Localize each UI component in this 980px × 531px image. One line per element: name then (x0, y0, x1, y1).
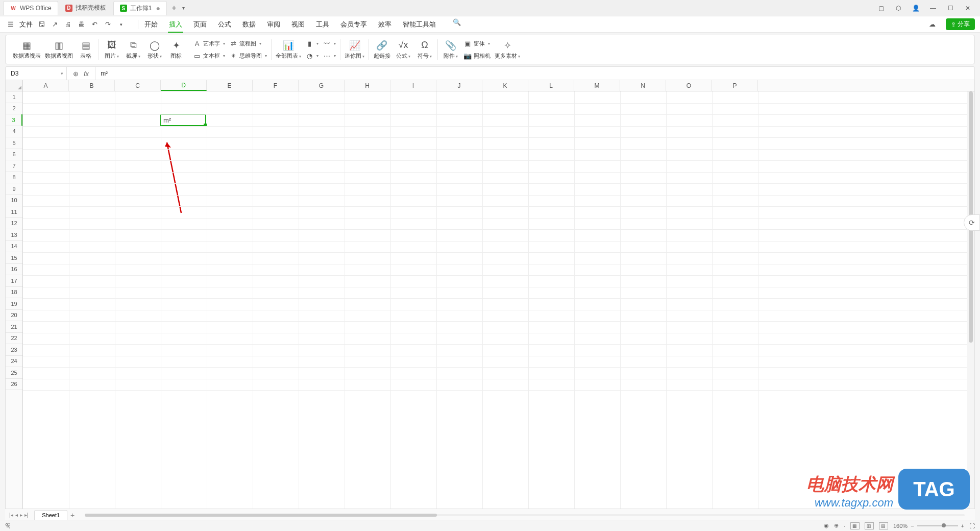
side-assistant-button[interactable]: ⟳ (964, 214, 980, 231)
tab-formula[interactable]: 公式 (217, 17, 232, 32)
save-icon[interactable]: 🖫 (37, 20, 46, 29)
print-icon[interactable]: 🖨 (63, 20, 72, 29)
row-header[interactable]: 22 (6, 333, 22, 345)
tab-workbook[interactable]: S 工作簿1 ● (113, 1, 167, 15)
row-header[interactable]: 5 (6, 137, 22, 149)
zoom-in-button[interactable]: + (961, 523, 964, 529)
new-tab-button[interactable]: + (168, 4, 180, 13)
column-header[interactable]: G (299, 80, 345, 91)
row-header[interactable]: 8 (6, 172, 22, 184)
layout-icon[interactable]: ▢ (876, 3, 886, 13)
nav-prev-icon[interactable]: ◂ (15, 512, 18, 518)
row-header[interactable]: 26 (6, 379, 22, 391)
row-header[interactable]: 19 (6, 298, 22, 310)
close-button[interactable]: ✕ (963, 3, 973, 13)
column-header[interactable]: H (345, 80, 390, 91)
row-header[interactable]: 17 (6, 275, 22, 287)
column-header[interactable]: B (69, 80, 115, 91)
spreadsheet-grid[interactable]: ◢ ABCDEFGHIJKLMNOP 123456789101112131415… (5, 80, 975, 511)
row-header[interactable]: 24 (6, 356, 22, 368)
formula-input[interactable]: m² (95, 70, 974, 77)
column-header[interactable]: K (482, 80, 528, 91)
tab-tools[interactable]: 工具 (315, 17, 330, 32)
view-normal-button[interactable]: ▦ (850, 522, 860, 529)
row-header[interactable]: 2 (6, 103, 22, 115)
tab-smart-toolbox[interactable]: 智能工具箱 (402, 17, 437, 32)
fullscreen-icon[interactable]: ⛶ (969, 523, 975, 529)
row-header[interactable]: 1 (6, 91, 22, 103)
column-header[interactable]: F (253, 80, 299, 91)
row-header[interactable]: 13 (6, 229, 22, 241)
pivot-chart-button[interactable]: ▥数据透视图 (45, 40, 73, 60)
cube-icon[interactable]: ⬡ (893, 3, 903, 13)
view-page-button[interactable]: ▥ (865, 522, 874, 529)
sheet-tab[interactable]: Sheet1 (34, 510, 67, 520)
nav-first-icon[interactable]: |◂ (9, 512, 13, 518)
row-header[interactable]: 9 (6, 183, 22, 195)
settings-icon[interactable]: ⊕ (834, 522, 839, 529)
row-header[interactable]: 4 (6, 126, 22, 138)
row-header[interactable]: 20 (6, 310, 22, 322)
share-button[interactable]: ⇪ 分享 (946, 18, 975, 30)
tab-efficiency[interactable]: 效率 (377, 17, 393, 32)
row-header[interactable]: 16 (6, 264, 22, 276)
cells-area[interactable]: m² (23, 91, 974, 510)
textbox-button[interactable]: ▭文本框▾ (193, 51, 225, 61)
picture-button[interactable]: 🖼图片▾ (103, 40, 120, 60)
column-chart-button[interactable]: ▮▾ (305, 38, 318, 49)
chevron-down-icon[interactable]: ▾ (61, 71, 63, 76)
table-button[interactable]: ▤表格 (77, 40, 94, 60)
selected-cell[interactable]: m² (160, 114, 206, 126)
export-icon[interactable]: ↗ (50, 20, 59, 29)
print-preview-icon[interactable]: 🖶 (77, 20, 86, 29)
attachment-button[interactable]: 📎附件▾ (442, 40, 459, 60)
pivot-table-button[interactable]: ▦数据透视表 (13, 40, 41, 60)
row-header[interactable]: 15 (6, 252, 22, 264)
tab-member[interactable]: 会员专享 (339, 17, 368, 32)
column-header[interactable]: P (712, 80, 758, 91)
tab-page[interactable]: 页面 (192, 17, 208, 32)
screenshot-button[interactable]: ⧉截屏▾ (125, 40, 142, 60)
tab-review[interactable]: 审阅 (266, 17, 281, 32)
select-all-corner[interactable]: ◢ (6, 80, 23, 91)
row-header[interactable]: 7 (6, 160, 22, 172)
row-header[interactable]: 21 (6, 321, 22, 333)
view-break-button[interactable]: ▤ (879, 522, 888, 529)
symbol-button[interactable]: Ω符号▾ (416, 40, 433, 60)
column-header[interactable]: J (436, 80, 482, 91)
row-header[interactable]: 11 (6, 206, 22, 218)
zoom-slider[interactable] (917, 525, 958, 526)
column-header[interactable]: C (115, 80, 161, 91)
zoom-out-button[interactable]: − (911, 523, 914, 529)
camera-button[interactable]: 📷照相机 (463, 51, 491, 61)
sparkline-button[interactable]: 📈迷你图▾ (345, 40, 364, 60)
hamburger-icon[interactable]: ☰ (5, 19, 16, 30)
tab-view[interactable]: 视图 (290, 17, 306, 32)
fx-icon[interactable]: fx (84, 70, 89, 78)
shape-button[interactable]: ◯形状▾ (146, 40, 163, 60)
vertical-scrollbar[interactable] (967, 91, 974, 510)
column-header[interactable]: M (574, 80, 620, 91)
tab-close-icon[interactable]: ● (156, 4, 160, 12)
search-icon[interactable]: 🔍 (451, 17, 462, 28)
hyperlink-button[interactable]: 🔗超链接 (373, 40, 390, 60)
maximize-button[interactable]: ☐ (945, 3, 955, 13)
nav-last-icon[interactable]: ▸| (24, 512, 29, 518)
undo-icon[interactable]: ↶ (90, 20, 99, 29)
row-header[interactable]: 23 (6, 344, 22, 356)
line-chart-button[interactable]: 〰▾ (323, 38, 336, 49)
object-button[interactable]: ▣窗体▾ (463, 38, 491, 49)
scrollbar-thumb[interactable] (85, 514, 436, 517)
row-header[interactable]: 6 (6, 149, 22, 161)
file-menu[interactable]: 文件 (19, 20, 33, 29)
row-header[interactable]: 3 (6, 114, 22, 126)
tab-data[interactable]: 数据 (241, 17, 257, 32)
tab-insert[interactable]: 插入 (168, 17, 183, 32)
qat-dropdown-icon[interactable]: ▾ (116, 20, 126, 29)
name-box[interactable]: D3 ▾ (6, 67, 67, 80)
column-header[interactable]: L (528, 80, 574, 91)
redo-icon[interactable]: ↷ (103, 20, 112, 29)
add-sheet-button[interactable]: + (70, 511, 75, 519)
pie-chart-button[interactable]: ◔▾ (305, 51, 318, 61)
row-header[interactable]: 25 (6, 367, 22, 379)
